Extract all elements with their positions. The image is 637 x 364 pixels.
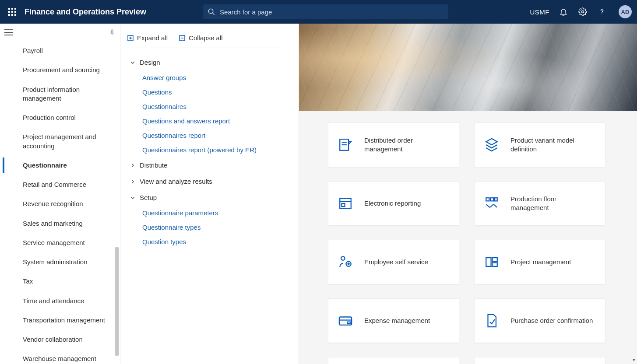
tile-expense-management[interactable]: Expense management <box>328 298 459 343</box>
sidebar-item-sales-and-marketing[interactable]: Sales and marketing <box>0 214 120 233</box>
main-content: Distributed order managementProduct vari… <box>299 24 637 364</box>
submenu-group-view-and-analyze-results[interactable]: View and analyze results <box>130 173 285 189</box>
tile-label: Distributed order management <box>364 136 449 154</box>
sidebar-item-production-control[interactable]: Production control <box>0 108 120 127</box>
search-input[interactable] <box>220 8 444 16</box>
collapse-icon <box>179 35 185 41</box>
svg-rect-0 <box>8 8 10 10</box>
svg-rect-27 <box>342 203 345 206</box>
svg-rect-1 <box>11 8 13 10</box>
sidebar-item-retail-and-commerce[interactable]: Retail and Commerce <box>0 175 120 194</box>
submenu-group-design[interactable]: Design <box>130 54 285 70</box>
submenu-link-questionnaire-types[interactable]: Questionnaire types <box>130 220 285 234</box>
sidebar-item-transportation-management[interactable]: Transportation management <box>0 311 120 330</box>
submenu-group-distribute[interactable]: Distribute <box>130 157 285 173</box>
sidebar-item-procurement-and-sourcing[interactable]: Procurement and sourcing <box>0 60 120 80</box>
tile-production-floor-management[interactable]: Production floor management <box>474 181 605 226</box>
submenu-group-label: Distribute <box>140 161 167 169</box>
tile-label: Product variant model definition <box>510 136 595 154</box>
sidebar-item-service-management[interactable]: Service management <box>0 233 120 252</box>
collapse-all-button[interactable]: Collapse all <box>179 34 223 42</box>
sidebar-item-product-information-management[interactable]: Product information management <box>0 80 120 108</box>
submenu-link-question-types[interactable]: Question types <box>130 234 285 249</box>
app-launcher-icon[interactable] <box>5 5 19 19</box>
tile-employee-self-service[interactable]: Employee self service <box>328 240 459 284</box>
sidebar-item-warehouse-management[interactable]: Warehouse management <box>0 349 120 364</box>
svg-rect-4 <box>11 11 13 13</box>
chevron-down-icon <box>130 195 135 200</box>
tile-product-variant-model-definition[interactable]: Product variant model definition <box>474 122 605 167</box>
svg-rect-8 <box>14 14 16 16</box>
tile-distributed-order-management[interactable]: Distributed order management <box>328 122 459 167</box>
svg-rect-30 <box>495 198 497 201</box>
expand-all-label: Expand all <box>137 34 168 42</box>
svg-line-10 <box>212 13 215 15</box>
sidebar-item-payroll[interactable]: Payroll <box>0 41 120 60</box>
tile-feature-management[interactable]: Feature management <box>328 357 459 364</box>
svg-rect-2 <box>14 8 16 10</box>
tile-project-management[interactable]: Project management <box>474 240 605 284</box>
svg-rect-40 <box>347 322 350 324</box>
tile-label: Project management <box>510 258 571 266</box>
submenu-link-questions[interactable]: Questions <box>130 85 285 99</box>
sidebar-items: PayrollProcurement and sourcingProduct i… <box>0 41 120 364</box>
tile-icon <box>484 313 499 328</box>
hamburger-icon[interactable] <box>4 29 13 35</box>
tile-icon <box>484 255 499 270</box>
svg-point-11 <box>582 11 584 13</box>
tile-icon <box>338 196 353 211</box>
submenu-link-questions-and-answers-report[interactable]: Questions and answers report <box>130 114 285 128</box>
tile-icon <box>338 313 353 328</box>
bell-icon[interactable] <box>558 7 569 17</box>
svg-point-31 <box>341 256 345 260</box>
tile-label: Expense management <box>364 316 430 325</box>
expand-all-button[interactable]: Expand all <box>127 34 168 42</box>
tile-purchase-order-confirmation[interactable]: Purchase order confirmation <box>474 298 605 343</box>
submenu-panel: Expand all Collapse all DesignAnswer gro… <box>120 24 299 364</box>
sidebar-item-vendor-collaboration[interactable]: Vendor collaboration <box>0 330 120 349</box>
sidebar-item-revenue-recognition[interactable]: Revenue recognition <box>0 194 120 214</box>
search-icon <box>208 8 215 16</box>
avatar[interactable]: AD <box>619 5 632 18</box>
svg-rect-37 <box>492 262 497 266</box>
tile-label: Purchase order confirmation <box>510 316 593 325</box>
submenu-link-questionnaire-parameters[interactable]: Questionnaire parameters <box>130 206 285 220</box>
environment-label[interactable]: USMF <box>530 8 550 16</box>
sidebar-item-project-management-and-accounting[interactable]: Project management and accounting <box>0 127 120 156</box>
submenu-link-questionnaires-report-powered-by-er-[interactable]: Questionnaires report (powered by ER) <box>130 143 285 157</box>
chevron-right-icon <box>130 163 135 168</box>
sidebar-scrollbar[interactable] <box>115 247 119 356</box>
svg-point-9 <box>208 9 213 14</box>
sidebar: PayrollProcurement and sourcingProduct i… <box>0 24 120 364</box>
global-search[interactable] <box>203 4 448 19</box>
sidebar-item-system-administration[interactable]: System administration <box>0 252 120 272</box>
tile-icon <box>338 255 353 270</box>
tile-purchase-order-preparation[interactable]: Purchase order preparation <box>474 357 605 364</box>
submenu-link-questionnaires-report[interactable]: Questionnaires report <box>130 128 285 143</box>
svg-rect-28 <box>486 198 489 201</box>
tile-icon <box>484 137 499 152</box>
submenu-group-label: View and analyze results <box>140 178 212 185</box>
submenu-link-answer-groups[interactable]: Answer groups <box>130 70 285 85</box>
svg-rect-36 <box>492 258 497 262</box>
tile-label: Employee self service <box>364 258 428 266</box>
expand-icon <box>127 35 134 41</box>
pin-icon[interactable] <box>109 29 116 36</box>
svg-rect-6 <box>8 14 10 16</box>
submenu-group-label: Design <box>140 59 160 66</box>
submenu-link-questionnaires[interactable]: Questionnaires <box>130 99 285 114</box>
scroll-down-indicator[interactable]: ▼ <box>632 357 636 362</box>
topbar: Finance and Operations Preview USMF AD <box>0 0 637 24</box>
tile-electronic-reporting[interactable]: Electronic reporting <box>328 181 459 226</box>
chevron-right-icon <box>130 179 135 184</box>
svg-rect-3 <box>8 11 10 13</box>
help-icon[interactable] <box>597 7 607 17</box>
submenu-group-setup[interactable]: Setup <box>130 189 285 206</box>
banner-image <box>299 24 637 111</box>
sidebar-item-questionnaire[interactable]: Questionnaire <box>0 156 120 175</box>
submenu-group-label: Setup <box>140 194 157 201</box>
sidebar-item-tax[interactable]: Tax <box>0 272 120 291</box>
gear-icon[interactable] <box>577 7 588 17</box>
svg-rect-7 <box>11 14 13 16</box>
sidebar-item-time-and-attendance[interactable]: Time and attendance <box>0 291 120 311</box>
